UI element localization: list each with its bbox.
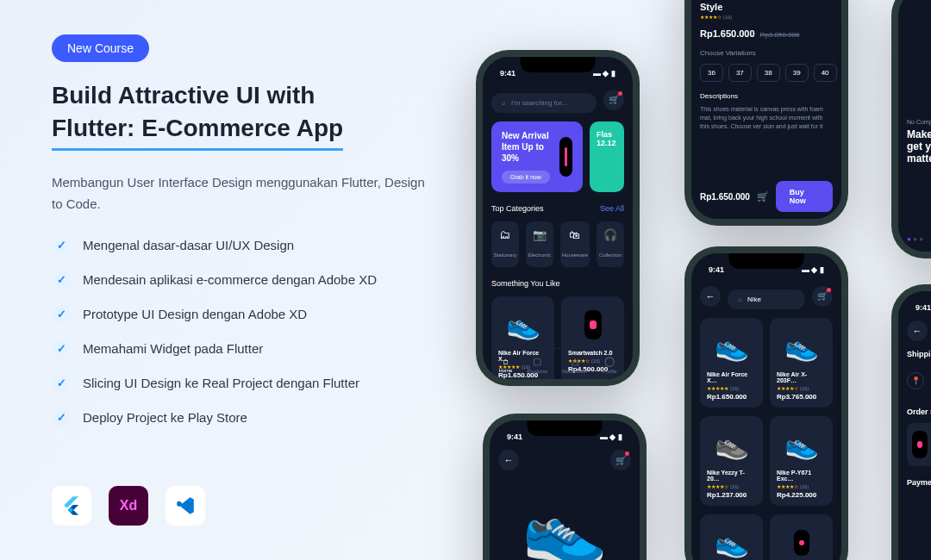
shipping-label: Shipping [907,350,931,358]
product-card[interactable]: 👟 Nike Air X-203F… ★★★★☆ (16) Rp3.765.00… [770,318,833,408]
feature-item: Mendesain aplikasi e-commerce dengan Ado… [52,271,431,289]
search-icon: ⌕ [502,99,506,107]
promo-headline: Make yget yomatte [907,128,931,165]
product-rating: ★★★★☆ (16) [777,483,826,489]
phone-notch [729,253,804,269]
order-item-image [912,431,928,458]
feature-item: Memahami Widget pada Flutter [52,339,431,358]
tab-products[interactable]: ▢Products [527,356,547,374]
cart-button[interactable]: 🛒 [812,286,833,307]
product-image: 👟 [707,423,756,466]
product-card[interactable]: 👟 Nike Yezzy T-20… ★★★★☆ (16) Rp1.237.00… [700,416,763,506]
tab-home[interactable]: ⌂Home [498,356,512,374]
product-image [568,303,617,346]
search-input[interactable]: ⌕I'm searching for... [491,93,597,113]
see-all-link[interactable]: See All [600,204,624,213]
category-icon: 🗂 [493,228,517,241]
carousel-dots[interactable]: ● ● ● [907,235,923,243]
back-button[interactable]: ← [498,450,519,470]
product-name: Nike Yezzy T-20… [707,470,756,482]
category-icon: 🎧 [598,228,622,241]
promo-banner[interactable]: New Arrival Item Up to 30% Grab it now [491,121,583,192]
status-time: 9:41 [507,432,522,441]
back-button[interactable]: ← [700,286,721,307]
product-card[interactable]: 👟 [700,514,763,560]
feature-text: Slicing UI Design ke Real Project dengan… [83,376,359,390]
payment-label: Payment [907,478,931,487]
buy-now-button[interactable]: Buy Now [776,181,833,212]
check-icon [52,305,71,324]
phone-mockup-shipping: 9:41 ← Shipping 📍 Joh(+62)TokKec Order S… [891,284,931,560]
description-text: This shoes material is canvas press with… [700,105,833,130]
profile-icon: ◯ [603,356,617,367]
size-option[interactable]: 36 [700,64,723,82]
section-title: Something You Like [491,279,560,288]
phone-notch [521,57,596,72]
category-icon: 📷 [528,228,552,241]
search-input[interactable]: ⌕Nike [728,289,805,309]
phone-mockup-home: 9:41▬ ◆ ▮ ⌕I'm searching for... 🛒 New Ar… [476,50,640,386]
order-item [907,423,931,466]
banner-cta[interactable]: Grab it now [502,171,550,184]
size-option[interactable]: 37 [728,64,752,82]
search-icon: ⌕ [738,296,742,303]
home-icon: ⌂ [498,356,512,366]
cart-icon[interactable]: 🛒 [757,191,769,202]
category-item[interactable]: 🛍Houseware [560,221,590,267]
product-title: Nike Air Force X-AC Girl Style [700,0,833,12]
tab-profile[interactable]: ◯Profile [603,356,617,374]
product-card[interactable]: 👟 Nike P-Y671 Exc… ★★★★☆ (16) Rp4.225.00… [770,416,833,506]
flash-label: Flas [597,130,612,139]
flash-date: 12.12 [597,139,616,147]
check-icon [52,236,71,255]
products-icon: ▢ [527,356,547,367]
feature-list: Mengenal dasar-dasar UI/UX Design Mendes… [52,236,431,427]
feature-text: Prototype UI Design dengan Adobe XD [83,307,307,321]
flash-sale-banner[interactable]: Flas12.12 [590,121,624,192]
category-label: Collection [599,252,622,258]
vscode-icon [166,486,205,526]
tool-icons: Xd [52,486,205,526]
product-card[interactable] [770,514,833,560]
status-icons: ▬ ◆ ▮ [600,432,622,441]
phone-mockup-detail: • • • Nike Air Force X-AC Girl Style ★★★… [684,0,848,226]
smartband-image [559,137,572,177]
cart-button[interactable]: 🛒 [603,90,624,110]
category-item[interactable]: 📷Electronic [526,221,553,267]
category-item[interactable]: 🎧Collection [597,221,624,267]
feature-text: Mengenal dasar-dasar UI/UX Design [83,238,294,252]
product-image: 👟 [777,325,826,368]
phone-notch [528,420,603,436]
description-label: Descriptions [700,92,833,100]
product-name: Nike Air X-203F… [777,371,826,383]
section-title: Top Categories [491,204,544,213]
size-option[interactable]: 39 [785,64,809,82]
product-old-price: Rp3.850.000 [760,31,800,39]
feature-text: Deploy Project ke Play Store [83,410,247,425]
feature-item: Deploy Project ke Play Store [52,408,431,427]
product-card[interactable]: 👟 Nike Air Force X… ★★★★★ (16) Rp1.650.0… [700,318,763,408]
promo-tag: No Compe [907,119,931,125]
category-item[interactable]: 🗂Stationary [491,221,519,267]
search-query: Nike [747,296,761,303]
product-rating: ★★★★☆ (16) [777,385,826,391]
size-option[interactable]: 40 [814,64,837,82]
product-price: Rp3.765.000 [777,393,826,401]
variations-label: Choose Variations [700,49,833,57]
size-option[interactable]: 38 [757,64,780,82]
tab-label: Home [498,368,512,373]
course-subtitle: Membangun User Interface Design mengguna… [52,171,431,215]
course-title: Build Attractive UI with Flutter: E-Comm… [52,79,431,151]
status-time: 9:41 [915,303,931,312]
check-icon [52,408,71,427]
tab-notification[interactable]: △Notification [562,356,588,374]
cart-button[interactable]: 🛒 [610,450,631,470]
status-bar: 9:41 [907,300,931,315]
product-name: Nike P-Y671 Exc… [777,470,826,482]
feature-text: Memahami Widget pada Flutter [83,341,263,356]
product-name: Nike Air Force X… [707,371,756,383]
back-button[interactable]: ← [907,320,928,341]
product-rating: ★★★★★ (16) [707,385,756,391]
product-price: Rp4.225.000 [777,491,826,499]
feature-item: Mengenal dasar-dasar UI/UX Design [52,236,431,255]
